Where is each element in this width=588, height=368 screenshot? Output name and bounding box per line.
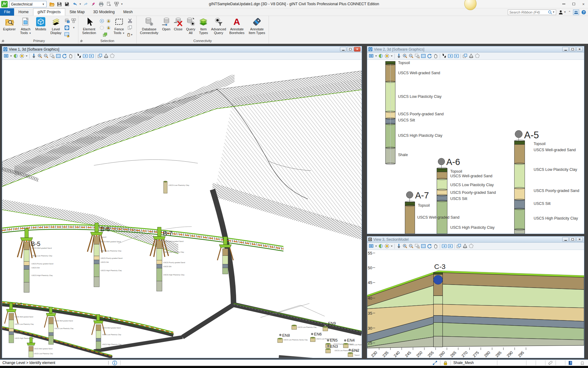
rotate-view-icon[interactable] (427, 53, 432, 59)
zoom-out-icon[interactable] (409, 53, 414, 59)
collapse-ribbon-icon[interactable]: ⌃ (568, 10, 571, 14)
view1-close-button[interactable]: × (354, 47, 360, 52)
paste-icon[interactable]: ▼ (127, 32, 133, 38)
zoom-out-icon[interactable] (43, 53, 49, 59)
query-all-button[interactable]: Query All (184, 17, 197, 38)
user-menu-chevron-icon[interactable]: ▼ (564, 11, 566, 13)
view1-titlebar[interactable]: View 1, 3d [Software Graphics] × (2, 46, 362, 52)
clip-mask-icon[interactable] (475, 53, 480, 59)
zoom-out-icon[interactable] (409, 243, 414, 249)
brightness-icon[interactable] (384, 243, 390, 249)
chevron-down-icon[interactable] (375, 243, 377, 249)
view-next-icon[interactable] (454, 53, 459, 59)
element-selection-button[interactable]: Element Selection (80, 17, 99, 38)
copy-view-icon[interactable] (456, 243, 462, 249)
level-manager-icon[interactable]: i (64, 17, 70, 24)
primary-more-chevron-icon[interactable]: ▼ (71, 25, 77, 31)
brightness-icon[interactable] (384, 53, 390, 59)
database-connectivity-button[interactable]: Database Connectivity (138, 17, 160, 38)
view3-restore-button[interactable] (569, 237, 576, 242)
view-attributes-icon[interactable] (369, 53, 374, 59)
close-button-db[interactable]: Close (172, 17, 184, 38)
tab-gint-projects[interactable]: gINT Projects (33, 8, 66, 16)
window-tile-icon[interactable] (71, 17, 77, 24)
window-area-icon[interactable] (415, 243, 420, 249)
brightness-icon[interactable] (19, 53, 24, 59)
view2-canvas[interactable]: Topsoil USCS Well-graded Sand USCS Low P… (367, 60, 584, 234)
select-unlock-icon[interactable] (105, 25, 111, 31)
saved-views-icon[interactable] (64, 32, 70, 38)
annotate-boreholes-button[interactable]: A Annotate Boreholes (227, 17, 247, 38)
locks-icon[interactable] (443, 360, 448, 366)
clip-mask-icon[interactable] (469, 243, 474, 249)
fit-view-icon[interactable] (421, 53, 426, 59)
cut-icon[interactable] (127, 17, 133, 24)
ribbon-search-input[interactable] (508, 10, 548, 14)
clip-mask-icon[interactable] (110, 53, 115, 59)
attach-tools-button[interactable]: Attach Tools ▼ (17, 17, 34, 38)
pan-view-icon[interactable] (68, 53, 73, 59)
view2-minimize-button[interactable] (562, 47, 569, 52)
copy-view-icon[interactable] (97, 53, 103, 59)
view-previous-icon[interactable] (442, 243, 447, 249)
view2-restore-button[interactable] (569, 47, 576, 52)
borehole-log-left[interactable] (386, 61, 395, 165)
close-button[interactable]: × (581, 2, 586, 6)
clip-volume-icon[interactable] (104, 53, 109, 59)
models-book-icon[interactable] (568, 360, 573, 366)
item-types-button[interactable]: Item Types (197, 17, 210, 38)
annotate-item-types-button[interactable]: Annotate Item Types (247, 17, 267, 38)
advanced-query-button[interactable]: Advanced Query (210, 17, 227, 38)
element-information-icon[interactable]: i (64, 25, 70, 31)
help-icon[interactable]: ? (581, 10, 586, 15)
view2-close-button[interactable]: × (576, 47, 583, 52)
models-button[interactable]: Models (34, 17, 48, 38)
chevron-down-icon[interactable] (375, 53, 377, 59)
connect-advisor-button[interactable] (573, 10, 579, 15)
view-previous-icon[interactable] (448, 53, 453, 59)
open-button[interactable]: Open (160, 17, 172, 38)
search-icon[interactable] (548, 10, 552, 15)
view3-canvas[interactable]: C-3 55 50 45 40 35 30 25 230 235 240 245… (367, 250, 584, 358)
view3-titlebar[interactable]: View 3, SectionModel × (367, 236, 584, 243)
walk-icon[interactable] (77, 53, 82, 59)
explorer-button[interactable]: Explorer (1, 17, 17, 38)
select-lock-icon[interactable] (105, 18, 111, 24)
copy-selection-icon[interactable] (102, 32, 108, 38)
walk-icon[interactable] (442, 53, 447, 59)
zoom-in-icon[interactable] (402, 53, 408, 59)
view-next-icon[interactable] (448, 243, 453, 249)
chevron-down-icon[interactable] (10, 53, 12, 59)
view-attributes-icon[interactable] (4, 53, 9, 59)
zoom-in-icon[interactable] (402, 243, 408, 249)
display-style-icon[interactable] (13, 53, 18, 59)
pan-view-icon[interactable] (433, 243, 438, 249)
fence-tools-button[interactable]: Fence Tools ▼ (111, 17, 127, 38)
view1-minimize-button[interactable] (340, 47, 346, 52)
tab-site-map[interactable]: Site Map (65, 8, 89, 16)
select-active-icon[interactable] (99, 18, 105, 24)
view3-minimize-button[interactable] (562, 237, 569, 242)
user-icon[interactable] (558, 10, 563, 15)
window-area-icon[interactable] (50, 53, 55, 59)
tab-file[interactable]: File (0, 8, 14, 16)
window-area-icon[interactable] (415, 53, 420, 59)
update-view-icon[interactable] (31, 53, 36, 59)
update-view-icon[interactable] (396, 243, 401, 249)
display-style-icon[interactable] (378, 243, 383, 249)
fit-view-icon[interactable] (421, 243, 426, 249)
view-previous-icon[interactable] (83, 53, 88, 59)
pan-view-icon[interactable] (433, 53, 438, 59)
view-attributes-icon[interactable] (369, 243, 374, 249)
fit-view-icon[interactable] (56, 53, 61, 59)
zoom-in-icon[interactable] (37, 53, 43, 59)
chevron-down-icon[interactable] (390, 243, 393, 249)
section-borehole-c3[interactable] (433, 273, 443, 347)
chevron-down-icon[interactable] (25, 53, 28, 59)
restore-button[interactable] (571, 2, 576, 6)
clip-volume-icon[interactable] (462, 243, 468, 249)
rotate-view-icon[interactable] (62, 53, 67, 59)
chevron-down-icon[interactable] (390, 53, 393, 59)
select-previous-icon[interactable] (99, 25, 105, 31)
clipboard-ghost-icon[interactable] (580, 360, 585, 366)
